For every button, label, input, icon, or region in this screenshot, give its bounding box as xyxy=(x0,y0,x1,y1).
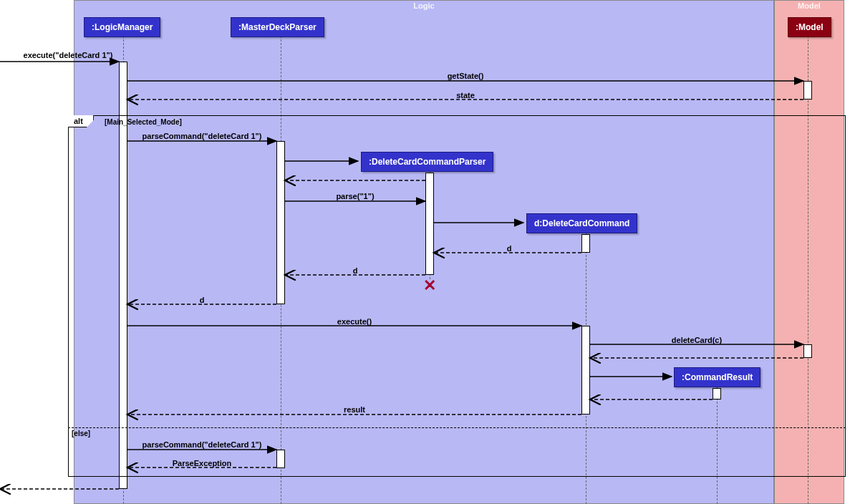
destroy-icon: ✕ xyxy=(423,276,436,295)
msg-d3: d xyxy=(200,296,205,304)
activation-model-1 xyxy=(803,81,812,100)
participant-masterdeckparser: :MasterDeckParser xyxy=(231,17,324,37)
msg-state: state xyxy=(456,91,475,100)
msg-execute-in: execute("deleteCard 1") xyxy=(24,51,113,59)
msg-execute: execute() xyxy=(337,317,372,326)
alt-guard-2: [else] xyxy=(72,430,90,437)
region-model-label: Model xyxy=(798,1,821,10)
participant-model: :Model xyxy=(788,17,831,37)
participant-logicmanager: :LogicManager xyxy=(84,17,160,37)
alt-guard-1: [Main_Selected_Mode] xyxy=(105,118,182,126)
msg-parseexception: ParseException xyxy=(173,459,232,467)
msg-parse: parse("1") xyxy=(336,192,374,200)
msg-getstate: getState() xyxy=(448,72,484,80)
msg-deletecard: deleteCard(c) xyxy=(672,336,722,344)
alt-divider xyxy=(68,427,846,428)
region-logic-label: Logic xyxy=(413,1,434,10)
msg-d1: d xyxy=(507,244,512,253)
msg-result: result xyxy=(344,405,365,414)
alt-frame xyxy=(68,115,846,477)
msg-d2: d xyxy=(353,266,358,275)
msg-parsecommand-1: parseCommand("deleteCard 1") xyxy=(143,132,262,140)
sequence-diagram: Logic Model :LogicManager :MasterDeckPar… xyxy=(0,0,850,504)
msg-parsecommand-2: parseCommand("deleteCard 1") xyxy=(143,440,262,449)
